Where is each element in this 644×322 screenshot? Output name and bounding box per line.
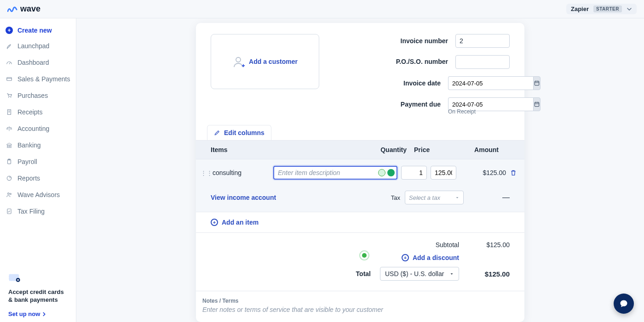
chat-icon [619, 299, 628, 308]
col-header-items: Items [211, 146, 370, 153]
document-check-icon [6, 208, 13, 215]
invoice-number-label: Invoice number [401, 37, 448, 45]
payments-promo-icon [8, 272, 22, 283]
sidebar-item-accounting[interactable]: Accounting [0, 120, 76, 137]
calendar-icon [534, 80, 540, 86]
add-customer-label: Add a customer [249, 58, 298, 65]
sidebar-item-receipts[interactable]: Receipts [0, 104, 76, 120]
sidebar-item-label: Sales & Payments [17, 75, 70, 83]
chevron-down-icon [627, 6, 632, 12]
sidebar-item-label: Receipts [17, 108, 42, 116]
subtotal-value: $125.00 [468, 241, 510, 249]
notes-section[interactable]: Notes / Terms Enter notes or terms of se… [196, 291, 524, 322]
po-number-input[interactable] [455, 55, 510, 69]
item-amount: $125.00 [460, 169, 506, 176]
sidebar-item-advisors[interactable]: Wave Advisors [0, 186, 76, 203]
quantity-input[interactable] [401, 166, 427, 180]
total-label: Total [356, 270, 371, 277]
sidebar-item-label: Reports [17, 175, 40, 182]
tax-amount-dash: — [464, 193, 510, 202]
plus-icon: + [6, 27, 13, 34]
tax-select[interactable]: Select a tax [405, 191, 464, 204]
promo-cta[interactable]: Set up now [8, 311, 68, 317]
sidebar-item-launchpad[interactable]: Launchpad [0, 38, 76, 54]
create-new-button[interactable]: + Create new [0, 23, 76, 38]
sidebar-item-sales[interactable]: Sales & Payments [0, 71, 76, 87]
payment-due-picker-button[interactable] [533, 97, 540, 111]
notes-placeholder: Enter notes or terms of service that are… [202, 306, 518, 313]
po-number-label: P.O./S.O. number [393, 57, 448, 66]
add-discount-button[interactable]: + Add a discount [372, 254, 459, 261]
svg-point-2 [8, 97, 9, 98]
edit-columns-label: Edit columns [224, 129, 264, 136]
chat-fab[interactable] [614, 294, 634, 314]
svg-point-16 [236, 57, 241, 62]
svg-rect-19 [535, 81, 539, 85]
add-customer-box[interactable]: Add a customer [211, 34, 319, 89]
calendar-icon [534, 101, 540, 107]
currency-select[interactable]: USD ($) - U.S. dollar [380, 267, 459, 281]
receipt-icon [6, 108, 13, 116]
brand-name: wave [20, 4, 40, 14]
price-input[interactable] [431, 166, 456, 180]
col-header-amount: Amount [443, 146, 499, 153]
brand-logo[interactable]: wave [7, 4, 40, 14]
sidebar: + Create new Launchpad Dashboard Sales &… [0, 18, 76, 322]
items-table-header: Items Quantity Price Amount [196, 140, 524, 159]
sidebar-item-dashboard[interactable]: Dashboard [0, 54, 76, 71]
col-header-price: Price [407, 146, 443, 153]
col-header-quantity: Quantity [370, 146, 407, 153]
extension-icon-2[interactable] [387, 169, 395, 176]
tax-label: Tax [391, 194, 400, 201]
extension-icon-1[interactable] [378, 169, 385, 176]
plus-circle-icon: + [211, 219, 218, 226]
view-income-account-link[interactable]: View income account [211, 194, 276, 201]
edit-columns-tab[interactable]: Edit columns [207, 125, 271, 140]
promo-title: Accept credit cards & bank payments [8, 288, 68, 304]
topbar: wave Zapier STARTER [0, 0, 644, 18]
add-item-button[interactable]: + Add an item [211, 219, 510, 226]
gauge-icon [6, 59, 13, 66]
pencil-icon [214, 130, 220, 136]
account-switcher[interactable]: Zapier STARTER [566, 4, 637, 14]
total-value: $125.00 [468, 270, 510, 278]
delete-item-button[interactable] [510, 169, 520, 176]
payment-due-label: Payment due [401, 100, 441, 108]
reports-icon [6, 175, 13, 182]
invoice-date-picker-button[interactable] [533, 76, 540, 90]
sidebar-item-purchases[interactable]: Purchases [0, 87, 76, 104]
add-item-label: Add an item [222, 219, 259, 226]
caret-down-icon [449, 271, 454, 276]
sidebar-item-label: Launchpad [17, 42, 49, 50]
sidebar-item-tax[interactable]: Tax Filing [0, 203, 76, 220]
sidebar-item-label: Wave Advisors [17, 191, 60, 198]
sidebar-item-payroll[interactable]: Payroll [0, 153, 76, 170]
item-subrow: View income account Tax Select a tax — [196, 186, 524, 212]
sidebar-item-banking[interactable]: Banking [0, 137, 76, 153]
svg-point-10 [8, 193, 10, 195]
add-person-icon [232, 55, 245, 68]
plus-circle-icon: + [402, 254, 409, 261]
item-name[interactable]: consulting [210, 169, 270, 176]
invoice-number-input[interactable] [455, 34, 510, 48]
promo-cta-label: Set up now [8, 311, 40, 317]
sidebar-item-label: Tax Filing [17, 208, 45, 215]
sidebar-item-reports[interactable]: Reports [0, 170, 76, 186]
subtotal-label: Subtotal [436, 241, 459, 249]
notes-heading: Notes / Terms [202, 298, 518, 304]
wave-logo-icon [7, 5, 17, 13]
sidebar-item-label: Payroll [17, 158, 37, 165]
sidebar-promo: Accept credit cards & bank payments Set … [0, 266, 76, 317]
caret-down-icon [455, 195, 460, 200]
invoice-date-input[interactable] [448, 76, 533, 90]
invoice-date-label: Invoice date [403, 79, 441, 87]
status-indicator-icon [359, 250, 369, 260]
drag-handle-icon[interactable]: ⋮⋮ [201, 169, 206, 176]
chevron-right-icon [42, 312, 46, 316]
sidebar-item-label: Dashboard [17, 59, 49, 66]
svg-point-15 [17, 279, 19, 281]
rocket-icon [6, 42, 13, 50]
sidebar-item-label: Purchases [17, 92, 48, 99]
svg-point-3 [11, 97, 12, 98]
sidebar-item-label: Accounting [17, 125, 49, 132]
